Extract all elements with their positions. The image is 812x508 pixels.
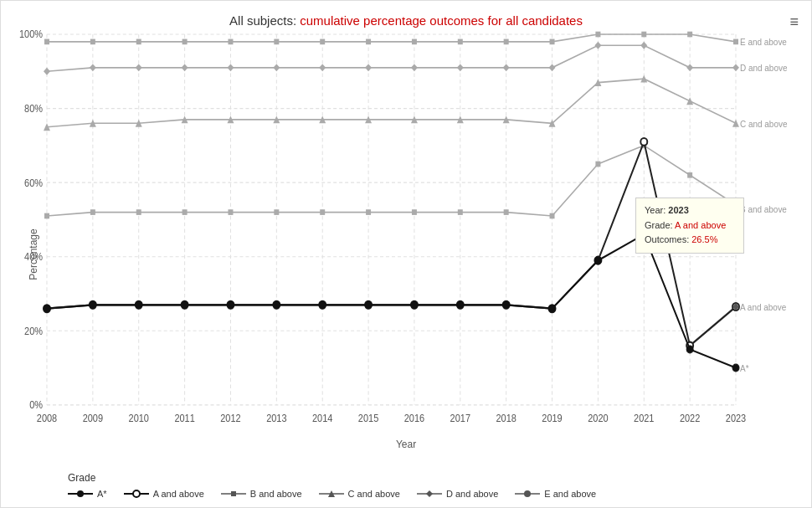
svg-rect-48 [228, 39, 233, 45]
legend-d-above-icon [417, 489, 442, 499]
legend-title: Grade [68, 472, 95, 484]
svg-marker-68 [365, 64, 372, 71]
legend-label-c-above: C and above [348, 489, 400, 499]
legend: Grade A* A and above [68, 472, 794, 499]
svg-rect-53 [458, 39, 463, 45]
svg-text:2015: 2015 [358, 413, 378, 423]
svg-point-138 [457, 301, 464, 309]
chart-area: .grid-line { stroke: #e0e0e0; stroke-wid… [47, 34, 736, 423]
svg-point-134 [273, 301, 280, 309]
svg-text:A and above: A and above [740, 301, 786, 312]
svg-rect-50 [320, 39, 325, 45]
svg-text:2016: 2016 [404, 413, 424, 423]
svg-rect-110 [733, 202, 738, 208]
svg-text:B and above: B and above [740, 203, 787, 214]
svg-rect-57 [641, 32, 646, 38]
svg-text:20%: 20% [24, 326, 43, 336]
svg-rect-100 [274, 209, 279, 215]
svg-text:2009: 2009 [83, 413, 103, 423]
legend-label-a-above: A and above [153, 489, 204, 499]
svg-rect-47 [182, 39, 188, 45]
chart-title-highlight: cumulative percentage outcomes for all c… [300, 13, 583, 28]
chart-title: All subjects: cumulative percentage outc… [1, 1, 811, 32]
svg-text:2017: 2017 [450, 413, 470, 423]
svg-text:100%: 100% [19, 29, 43, 40]
svg-marker-69 [411, 64, 418, 71]
svg-text:2013: 2013 [266, 413, 286, 423]
svg-marker-70 [457, 64, 464, 71]
x-axis-label: Year [396, 439, 416, 450]
svg-text:2019: 2019 [542, 413, 562, 423]
legend-c-above-icon [319, 489, 344, 499]
svg-point-144 [732, 364, 739, 372]
legend-item-astar: A* [68, 489, 107, 499]
svg-text:80%: 80% [24, 103, 43, 114]
svg-point-158 [524, 490, 531, 497]
svg-point-130 [90, 301, 96, 309]
svg-point-136 [365, 301, 372, 309]
svg-rect-98 [182, 209, 188, 215]
svg-marker-75 [686, 64, 693, 71]
svg-point-139 [503, 301, 510, 309]
svg-text:2023: 2023 [726, 413, 746, 423]
legend-item-d-above: D and above [417, 489, 498, 499]
legend-label-astar: A* [97, 489, 107, 499]
svg-marker-73 [594, 42, 601, 49]
svg-text:C and above: C and above [740, 118, 788, 129]
svg-point-141 [594, 257, 601, 264]
svg-point-150 [133, 490, 140, 497]
svg-point-125 [640, 138, 647, 146]
svg-rect-102 [366, 209, 371, 215]
svg-rect-56 [595, 32, 600, 38]
svg-marker-76 [732, 64, 739, 71]
chart-svg: .grid-line { stroke: #e0e0e0; stroke-wid… [47, 34, 736, 423]
legend-item-e-above: E and above [515, 489, 596, 499]
legend-items: A* A and above B and above [68, 489, 596, 499]
svg-rect-99 [228, 209, 233, 215]
svg-text:2011: 2011 [174, 413, 194, 423]
svg-marker-65 [227, 64, 234, 71]
svg-text:D and above: D and above [740, 63, 788, 74]
svg-marker-63 [136, 64, 142, 71]
svg-rect-96 [90, 209, 95, 215]
svg-rect-101 [320, 209, 325, 215]
svg-text:E and above: E and above [740, 37, 787, 48]
svg-marker-71 [503, 64, 510, 71]
svg-rect-104 [458, 209, 463, 215]
svg-marker-93 [732, 120, 739, 127]
svg-rect-59 [733, 39, 738, 45]
svg-rect-97 [136, 209, 141, 215]
legend-item-c-above: C and above [319, 489, 400, 499]
svg-text:2018: 2018 [496, 413, 516, 423]
menu-icon[interactable]: ≡ [789, 13, 799, 31]
legend-label-b-above: B and above [250, 489, 302, 499]
chart-container: All subjects: cumulative percentage outc… [0, 0, 812, 508]
svg-point-143 [686, 346, 693, 353]
legend-label-d-above: D and above [446, 489, 498, 499]
svg-rect-49 [274, 39, 279, 45]
svg-point-135 [319, 301, 326, 309]
svg-rect-105 [504, 209, 509, 215]
svg-rect-45 [90, 39, 95, 45]
svg-rect-152 [231, 491, 236, 496]
svg-point-129 [44, 305, 50, 312]
svg-text:40%: 40% [24, 252, 43, 263]
svg-rect-106 [550, 213, 555, 219]
svg-text:2020: 2020 [588, 413, 608, 423]
svg-rect-46 [136, 39, 141, 45]
svg-rect-44 [44, 39, 49, 45]
svg-marker-156 [426, 490, 433, 497]
svg-text:2010: 2010 [129, 413, 149, 423]
legend-b-above-icon [221, 489, 246, 499]
svg-marker-62 [90, 64, 96, 71]
svg-marker-64 [182, 64, 188, 71]
legend-item-a-above: A and above [124, 489, 204, 499]
svg-marker-66 [273, 64, 280, 71]
svg-rect-95 [44, 213, 49, 219]
svg-marker-74 [640, 42, 647, 49]
svg-point-131 [136, 301, 142, 309]
svg-point-148 [77, 490, 84, 497]
svg-text:2022: 2022 [680, 413, 700, 423]
svg-rect-55 [550, 39, 555, 45]
legend-astar-icon [68, 489, 93, 499]
